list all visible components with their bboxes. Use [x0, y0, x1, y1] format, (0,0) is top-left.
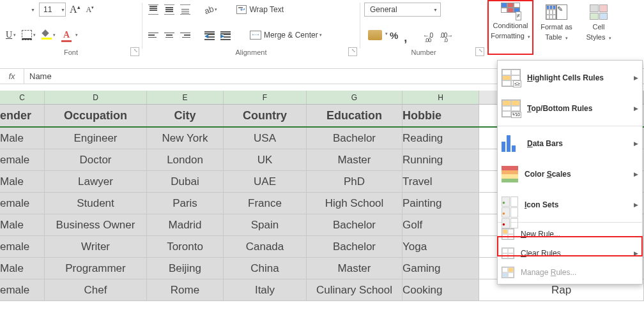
- cell[interactable]: Golf: [402, 214, 479, 235]
- align-center-button[interactable]: [162, 28, 176, 42]
- menu-new-rule[interactable]: New Rule...: [498, 225, 642, 244]
- increase-font-button[interactable]: A▴: [68, 3, 82, 17]
- cell[interactable]: Rome: [147, 279, 224, 300]
- cell[interactable]: Reading: [402, 128, 479, 149]
- cell[interactable]: Writer: [45, 236, 147, 257]
- cell[interactable]: emale: [0, 236, 45, 257]
- cell[interactable]: PhD: [307, 171, 402, 192]
- cell[interactable]: Male: [0, 214, 45, 235]
- conditional-formatting-button[interactable]: ≠ Conditional Formatting ▾: [487, 0, 533, 55]
- percent-button[interactable]: %: [388, 28, 400, 42]
- cell[interactable]: Culinary School: [307, 279, 402, 300]
- col-header-d[interactable]: D: [45, 91, 147, 104]
- decrease-indent-button[interactable]: ◀: [203, 28, 217, 42]
- cell[interactable]: Engineer: [45, 128, 147, 149]
- cell[interactable]: Running: [402, 149, 479, 170]
- cell[interactable]: Male: [0, 128, 45, 149]
- col-header-c[interactable]: C: [0, 91, 45, 104]
- cell[interactable]: Programmer: [45, 258, 147, 279]
- cell-styles-button[interactable]: Cell Styles ▾: [579, 0, 618, 55]
- header-cell[interactable]: Education: [307, 105, 402, 126]
- cell[interactable]: Bachelor: [307, 214, 402, 235]
- header-cell[interactable]: Hobbie: [402, 105, 479, 126]
- cell[interactable]: emale: [0, 279, 45, 300]
- font-size-input[interactable]: 11▼: [39, 3, 66, 17]
- cell[interactable]: Chef: [45, 279, 147, 300]
- comma-style-button[interactable]: ,: [402, 28, 409, 42]
- cell[interactable]: Beijing: [147, 258, 224, 279]
- header-cell[interactable]: Occupation: [45, 105, 147, 126]
- cell[interactable]: France: [224, 193, 307, 214]
- cell[interactable]: Bachelor: [307, 128, 402, 149]
- align-left-button[interactable]: [146, 28, 160, 42]
- col-header-e[interactable]: E: [147, 91, 224, 104]
- underline-button[interactable]: U▾: [4, 28, 18, 42]
- cell[interactable]: High School: [307, 193, 402, 214]
- merge-center-button[interactable]: Merge & Center▾: [248, 28, 324, 42]
- align-bottom-button[interactable]: [178, 3, 192, 17]
- menu-icon-sets[interactable]: Icon Sets ▶: [498, 189, 642, 220]
- cell[interactable]: Travel: [402, 171, 479, 192]
- cell[interactable]: Cooking: [402, 279, 479, 300]
- header-cell[interactable]: Country: [224, 105, 307, 126]
- cell[interactable]: USA: [224, 128, 307, 149]
- number-format-dropdown[interactable]: General▼: [364, 3, 441, 17]
- cell[interactable]: Toronto: [147, 236, 224, 257]
- decrease-font-button[interactable]: A▾: [84, 3, 96, 17]
- menu-top-bottom-rules[interactable]: Top/Bottom Rules ▶: [498, 93, 642, 124]
- wrap-text-button[interactable]: Wrap Text: [234, 3, 286, 17]
- cell[interactable]: New York: [147, 128, 224, 149]
- cell[interactable]: London: [147, 149, 224, 170]
- accounting-format-button[interactable]: [364, 28, 386, 42]
- header-cell[interactable]: City: [147, 105, 224, 126]
- cell[interactable]: Business Owner: [45, 214, 147, 235]
- cell[interactable]: emale: [0, 193, 45, 214]
- orientation-button[interactable]: ab▾: [203, 3, 219, 17]
- menu-data-bars[interactable]: Data Bars ▶: [498, 128, 642, 159]
- increase-decimal-button[interactable]: [419, 28, 436, 42]
- cell[interactable]: Gaming: [402, 258, 479, 279]
- cell[interactable]: UK: [224, 149, 307, 170]
- cell[interactable]: Male: [0, 258, 45, 279]
- fx-label[interactable]: fx: [0, 69, 24, 84]
- format-as-table-button[interactable]: ✎ Format as Table ▾: [533, 0, 579, 55]
- cell[interactable]: Male: [0, 171, 45, 192]
- cell[interactable]: emale: [0, 149, 45, 170]
- fill-color-button[interactable]: ▾: [40, 28, 57, 42]
- cell[interactable]: Master: [307, 258, 402, 279]
- col-header-g[interactable]: G: [307, 91, 402, 104]
- cell[interactable]: Bachelor: [307, 236, 402, 257]
- align-right-button[interactable]: [178, 28, 192, 42]
- cell[interactable]: Italy: [224, 279, 307, 300]
- menu-clear-rules[interactable]: Clear Rules ▶: [498, 244, 642, 263]
- cell[interactable]: Painting: [402, 193, 479, 214]
- cell[interactable]: China: [224, 258, 307, 279]
- border-button[interactable]: ▾: [20, 28, 38, 42]
- number-dialog-launcher[interactable]: ⤡: [475, 47, 484, 56]
- menu-color-scales[interactable]: Color Scales ▶: [498, 159, 642, 189]
- cell[interactable]: Paris: [147, 193, 224, 214]
- cell[interactable]: Yoga: [402, 236, 479, 257]
- font-dialog-launcher[interactable]: ⤡: [130, 47, 139, 56]
- increase-indent-button[interactable]: ▶: [218, 28, 233, 42]
- cell[interactable]: Dubai: [147, 171, 224, 192]
- menu-highlight-cells-rules[interactable]: Highlight Cells Rules ▶: [498, 63, 642, 93]
- cell[interactable]: Canada: [224, 236, 307, 257]
- cell[interactable]: Lawyer: [45, 171, 147, 192]
- cell[interactable]: Spain: [224, 214, 307, 235]
- align-top-button[interactable]: [146, 3, 160, 17]
- cell[interactable]: Madrid: [147, 214, 224, 235]
- col-header-h[interactable]: H: [402, 91, 479, 104]
- font-name-dropdown[interactable]: ▼: [4, 3, 37, 17]
- cell[interactable]: Master: [307, 149, 402, 170]
- cell[interactable]: UAE: [224, 171, 307, 192]
- alignment-dialog-launcher[interactable]: ⤡: [348, 47, 357, 56]
- header-cell[interactable]: ender: [0, 105, 45, 126]
- menu-manage-rules[interactable]: Manage Rules...: [498, 263, 642, 282]
- font-color-button[interactable]: A▾: [59, 28, 80, 42]
- align-middle-button[interactable]: [162, 3, 176, 17]
- decrease-decimal-button[interactable]: [438, 28, 454, 42]
- cell[interactable]: Student: [45, 193, 147, 214]
- col-header-f[interactable]: F: [224, 91, 307, 104]
- cell[interactable]: Doctor: [45, 149, 147, 170]
